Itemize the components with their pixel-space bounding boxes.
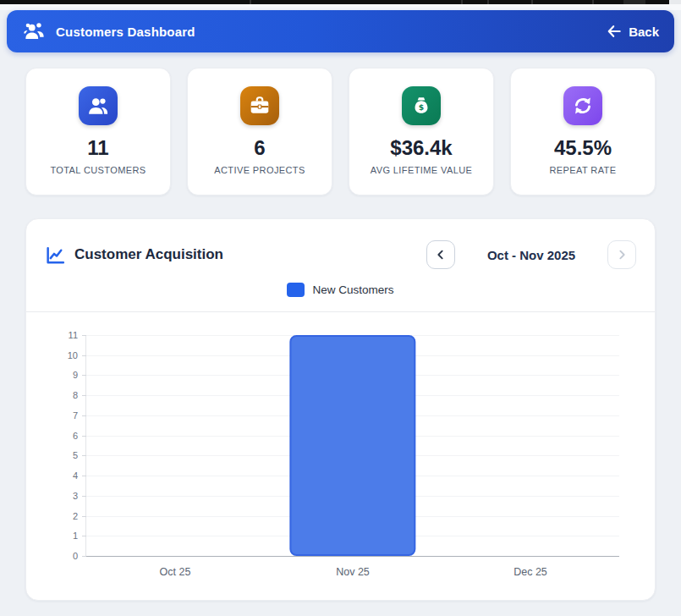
stat-card-avg-lifetime-value: $ $36.4k Avg Lifetime Value [349,68,494,195]
y-axis-tick [82,455,86,456]
bar-new-customers-nov-25[interactable] [289,335,415,556]
stat-value: 45.5% [554,136,612,160]
browser-chrome-strip [0,0,681,4]
page-title: Customers Dashboard [56,25,195,39]
users-icon [79,86,118,125]
briefcase-icon [240,86,279,125]
legend-label: New Customers [312,283,393,296]
stat-value: 6 [254,136,265,160]
back-label: Back [629,25,659,39]
app-header: Customers Dashboard Back [7,10,674,52]
stat-value: 11 [87,136,108,160]
y-axis-tick [82,496,86,497]
x-axis-label: Nov 25 [336,566,370,578]
chart-title: Customer Acquisition [74,246,223,263]
y-axis-tick [82,536,86,536]
chevron-right-icon [615,248,629,261]
y-axis-label: 3 [73,491,78,501]
period-navigation: Oct - Nov 2025 [426,240,636,269]
y-axis-tick [82,375,86,376]
chart-line-icon [45,245,66,266]
x-axis-label: Oct 25 [160,566,191,578]
x-axis-label: Dec 25 [513,566,547,578]
legend-divider [26,311,655,312]
back-button[interactable]: Back [606,23,659,40]
y-axis-label: 0 [73,551,78,561]
stat-card-active-projects: 6 Active Projects [187,68,332,195]
arrow-left-icon [606,23,623,40]
chart-header: Customer Acquisition Oct - Nov 2025 [45,240,636,269]
chart-plot: 01234567891011Oct 25Nov 25Dec 25 [85,335,619,557]
y-axis-tick [82,556,86,557]
y-axis-label: 5 [73,450,78,460]
y-axis-tick [82,476,86,476]
y-axis-label: 10 [68,350,78,360]
y-axis-label: 9 [73,370,78,380]
chart-area: 01234567891011Oct 25Nov 25Dec 25 [85,335,619,557]
y-axis-label: 1 [73,531,78,541]
money-bag-icon: $ [402,86,441,125]
y-axis-label: 6 [73,431,78,441]
y-axis-label: 7 [73,410,78,421]
chevron-left-icon [434,248,448,261]
customer-acquisition-card: Customer Acquisition Oct - Nov 2025 [25,218,656,601]
stat-card-repeat-rate: 45.5% Repeat Rate [510,68,656,195]
y-axis-label: 4 [73,470,78,481]
browser-tab-divider [487,0,489,4]
y-axis-label: 11 [69,330,78,340]
y-axis-tick [82,335,86,336]
browser-tab-divider [250,0,251,4]
period-label: Oct - Nov 2025 [477,248,585,262]
stats-row: 11 Total Customers 6 Active Projects $ $… [25,68,656,195]
stat-card-total-customers: 11 Total Customers [25,68,171,195]
chart-legend: New Customers [45,283,636,297]
prev-period-button[interactable] [426,240,455,269]
page-top-gap [0,4,681,10]
stat-value: $36.4k [390,136,452,160]
legend-swatch-new-customers [287,283,305,297]
y-axis-tick [82,516,86,517]
browser-tab-chip [623,0,645,4]
y-axis-tick [82,395,86,396]
y-axis-tick [82,436,86,437]
stat-label: Repeat Rate [550,165,617,175]
y-axis-label: 8 [73,390,78,400]
y-axis-tick [82,415,86,416]
browser-tab-divider [592,0,594,4]
y-axis-tick [82,355,86,356]
stat-label: Active Projects [214,165,305,175]
stat-label: Avg Lifetime Value [371,165,473,175]
next-period-button[interactable] [607,240,636,269]
y-axis-label: 2 [73,511,78,521]
users-group-icon [24,20,46,42]
svg-text:$: $ [419,102,424,112]
browser-tab-divider [461,0,463,4]
stat-label: Total Customers [50,165,146,175]
browser-corner-chip [669,0,681,4]
refresh-icon [563,86,602,125]
browser-tab-divider [531,0,533,4]
